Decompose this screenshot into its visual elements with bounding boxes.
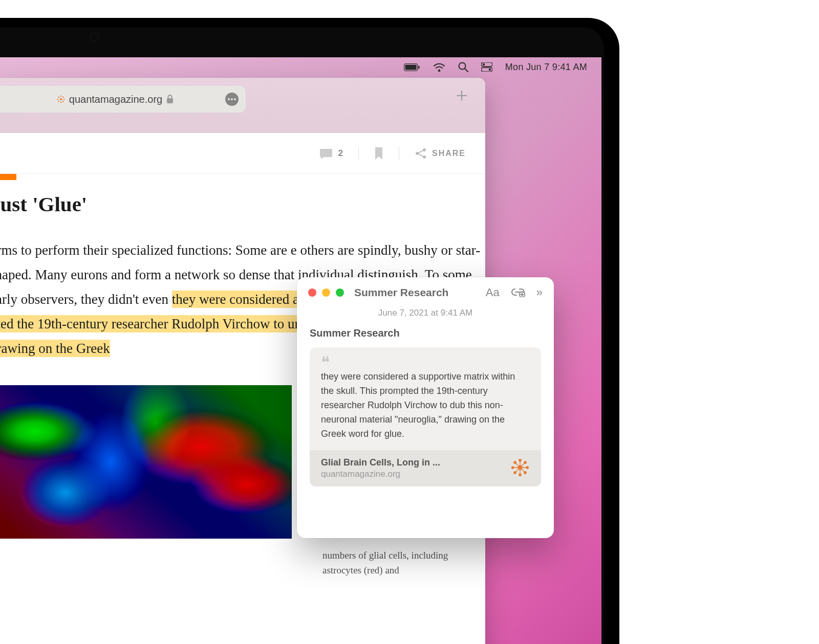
svg-point-15: [58, 97, 59, 98]
wifi-icon[interactable]: [433, 62, 445, 72]
close-window-button[interactable]: [308, 288, 316, 297]
comment-icon: [320, 148, 333, 159]
new-tab-button[interactable]: [456, 90, 467, 103]
svg-point-11: [60, 96, 61, 97]
svg-rect-2: [418, 65, 420, 69]
article-toolbar: 2 SHARE: [0, 133, 485, 174]
safari-tab-bar: quantamagazine.org: [0, 78, 485, 133]
address-bar[interactable]: quantamagazine.org: [0, 86, 246, 113]
share-icon: [415, 148, 427, 159]
comment-count: 2: [338, 148, 343, 159]
format-text-button[interactable]: Aa: [486, 286, 500, 299]
page-actions-button[interactable]: [225, 93, 239, 106]
more-toolbar-button[interactable]: »: [536, 286, 543, 299]
svg-point-9: [489, 69, 491, 71]
svg-point-21: [231, 98, 233, 100]
zoom-window-button[interactable]: [336, 288, 344, 297]
svg-line-29: [418, 154, 423, 157]
notes-titlebar: Summer Research Aa »: [297, 277, 554, 308]
svg-point-14: [63, 99, 64, 100]
svg-line-28: [418, 150, 423, 153]
svg-point-3: [438, 70, 440, 72]
svg-line-46: [515, 462, 520, 468]
toolbar-separator: [358, 147, 359, 160]
note-date: June 7, 2021 at 9:41 AM: [310, 308, 541, 318]
section-marker: [0, 174, 16, 180]
source-favicon-icon: [510, 458, 530, 479]
quote-text: they were considered a supportive matrix…: [321, 370, 530, 441]
site-favicon-icon: [57, 95, 65, 103]
bookmark-button[interactable]: [374, 147, 383, 160]
minimize-window-button[interactable]: [322, 288, 330, 297]
image-caption: numbers of glial cells, including astroc…: [322, 548, 466, 578]
spotlight-search-icon[interactable]: [458, 62, 468, 72]
share-button[interactable]: SHARE: [415, 148, 466, 159]
svg-point-17: [58, 101, 59, 102]
source-title: Glial Brain Cells, Long in ...: [321, 457, 440, 468]
article-image: [0, 385, 292, 539]
svg-point-16: [62, 97, 63, 98]
svg-point-12: [60, 102, 61, 103]
source-domain: quantamagazine.org: [321, 469, 440, 479]
svg-point-7: [483, 63, 485, 65]
neuron-image-illustration: [0, 385, 292, 539]
notes-window-title: Summer Research: [354, 286, 448, 299]
svg-point-22: [234, 98, 236, 100]
note-heading: Summer Research: [310, 327, 541, 339]
laptop-camera-icon: [90, 32, 99, 41]
menubar-clock[interactable]: Mon Jun 7 9:41 AM: [505, 62, 587, 73]
svg-point-18: [62, 101, 63, 102]
battery-icon[interactable]: [404, 63, 420, 71]
lock-icon: [166, 95, 174, 104]
add-link-button[interactable]: [511, 286, 525, 299]
address-url: quantamagazine.org: [69, 94, 162, 105]
svg-rect-19: [167, 98, 173, 103]
notes-window: Summer Research Aa » June 7, 2021 at 9:4…: [297, 277, 554, 538]
toolbar-separator: [399, 147, 399, 160]
quote-card: ❝ they were considered a supportive matr…: [310, 347, 541, 486]
desktop-wallpaper: Mon Jun 7 9:41 AM quantamagazine.org: [0, 57, 601, 644]
svg-rect-1: [405, 64, 416, 70]
quote-icon: ❝: [321, 357, 530, 368]
control-center-icon[interactable]: [481, 62, 492, 72]
svg-line-5: [465, 69, 468, 72]
svg-point-20: [228, 98, 230, 100]
bookmark-icon: [374, 147, 383, 160]
menubar: Mon Jun 7 9:41 AM: [0, 57, 601, 77]
quote-source-link[interactable]: Glial Brain Cells, Long in ... quantamag…: [310, 450, 541, 486]
article-title: Just 'Glue': [0, 192, 485, 216]
svg-point-13: [57, 99, 58, 100]
svg-line-48: [515, 468, 520, 473]
window-controls: [308, 288, 344, 297]
svg-point-10: [60, 98, 62, 100]
comments-button[interactable]: 2: [320, 148, 343, 159]
svg-line-49: [520, 468, 525, 473]
notes-content[interactable]: June 7, 2021 at 9:41 AM Summer Research …: [297, 308, 554, 486]
svg-line-47: [520, 462, 525, 468]
share-label: SHARE: [432, 149, 466, 158]
